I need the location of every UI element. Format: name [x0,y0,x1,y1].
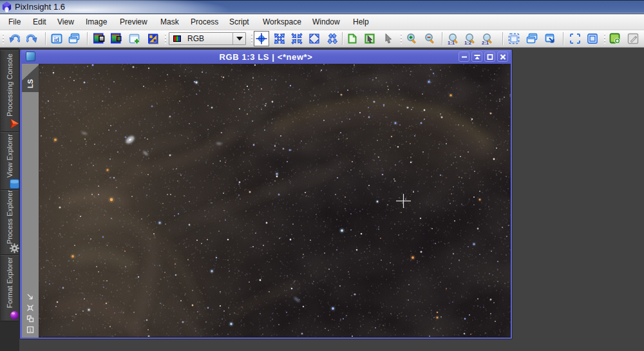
svg-text:1:1: 1:1 [448,40,455,45]
svg-text:1: 1 [29,327,32,333]
svg-text:id: id [54,37,59,43]
svg-text:1:2: 1:2 [464,40,471,45]
svg-text:2:1: 2:1 [482,40,489,45]
